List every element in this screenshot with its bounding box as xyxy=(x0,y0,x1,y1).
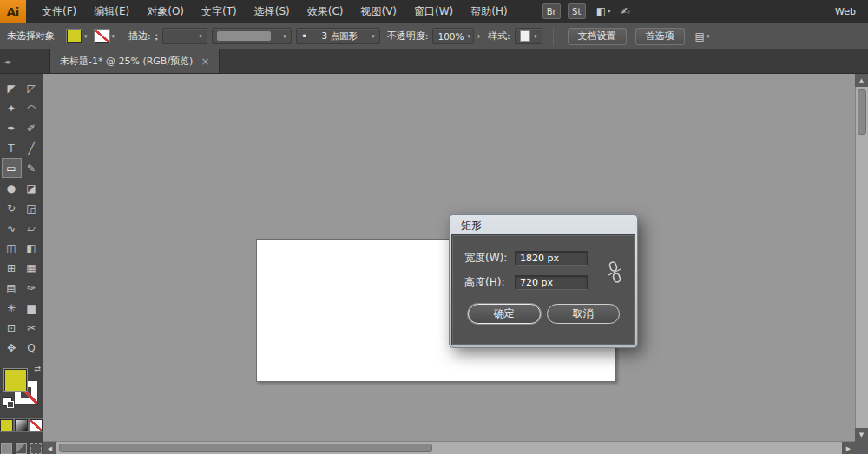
eyedropper-tool[interactable]: ✑ xyxy=(22,278,42,298)
scroll-up-button[interactable]: ▲ xyxy=(855,74,868,87)
paintbrush-tool[interactable]: ✐ xyxy=(22,118,42,138)
slice-tool[interactable]: ✂ xyxy=(22,318,42,338)
menu-effect[interactable]: 效果(C) xyxy=(299,0,352,23)
zoom-tool[interactable]: Q xyxy=(22,338,42,358)
rotate-tool[interactable]: ↻ xyxy=(2,198,22,218)
magic-wand-tool[interactable]: ✦ xyxy=(2,98,22,118)
panel-options-button[interactable]: ▤ ▾ xyxy=(695,30,710,43)
style-swatch xyxy=(520,30,530,42)
chevron-down-icon: ▾ xyxy=(84,33,88,40)
divider xyxy=(553,27,554,46)
height-input[interactable] xyxy=(515,275,588,290)
ok-button[interactable]: 确定 xyxy=(468,304,541,324)
column-graph-tool[interactable]: ▆ xyxy=(22,298,42,318)
menu-select[interactable]: 选择(S) xyxy=(246,0,299,23)
fill-color-control[interactable]: ▾ xyxy=(67,30,88,43)
document-tab[interactable]: 未标题-1* @ 25% (RGB/预览) × xyxy=(49,49,220,73)
menu-view[interactable]: 视图(V) xyxy=(352,0,405,23)
scroll-right-button[interactable]: ▶ xyxy=(842,442,855,454)
horizontal-scrollbar[interactable]: ◀ ▶ xyxy=(43,441,855,454)
document-setup-button[interactable]: 文档设置 xyxy=(568,28,627,45)
shape-builder-tool[interactable]: ◫ xyxy=(2,238,22,258)
chevron-down-icon: ▾ xyxy=(199,33,202,40)
stroke-color-control[interactable]: ▾ xyxy=(95,30,115,43)
type-tool[interactable]: T xyxy=(2,138,22,158)
stock-button[interactable]: St xyxy=(568,3,586,19)
pencil-tool[interactable]: ✎ xyxy=(22,158,42,178)
fill-swatch[interactable] xyxy=(67,30,82,43)
constrain-proportions-icon[interactable] xyxy=(607,260,622,285)
width-input[interactable] xyxy=(515,251,588,266)
pen-tool[interactable]: ✒ xyxy=(2,118,22,138)
swap-fill-stroke-icon[interactable]: ⇄ xyxy=(34,365,41,373)
arrange-documents-button[interactable]: ◧ ▾ xyxy=(596,5,611,17)
scroll-left-icon: ◀ xyxy=(48,445,52,452)
scroll-up-icon: ▲ xyxy=(859,77,864,84)
horizontal-scroll-thumb[interactable] xyxy=(59,444,432,452)
stroke-swatch[interactable] xyxy=(95,30,109,43)
free-transform-tool[interactable]: ▱ xyxy=(22,218,42,238)
bridge-button[interactable]: Br xyxy=(542,3,561,19)
artboard-tool[interactable]: ⊡ xyxy=(2,318,22,338)
draw-behind-button[interactable] xyxy=(16,443,27,454)
app-logo: Ai xyxy=(0,0,26,23)
fill-stroke-indicator: ⇄ xyxy=(3,367,41,406)
dialog-fields: 宽度(W): 高度(H): xyxy=(464,251,622,290)
stroke-weight-dropdown[interactable]: ▾ xyxy=(162,28,207,44)
line-segment-tool[interactable]: ╱ xyxy=(22,138,42,158)
scrollbar-corner xyxy=(855,441,868,454)
default-fill-stroke-icon[interactable] xyxy=(3,397,12,406)
menu-object[interactable]: 对象(O) xyxy=(138,0,193,23)
scroll-right-icon: ▶ xyxy=(846,445,851,452)
rectangle-tool[interactable]: ▭ xyxy=(2,158,22,178)
dialog-title[interactable]: 矩形 xyxy=(451,217,635,234)
tab-close-icon[interactable]: × xyxy=(201,56,209,68)
width-tool[interactable]: ∿ xyxy=(2,218,22,238)
live-paint-bucket-tool[interactable]: ◧ xyxy=(22,238,42,258)
scroll-left-button[interactable]: ◀ xyxy=(43,442,56,454)
direct-selection-tool[interactable]: ◸ xyxy=(22,78,42,98)
spinner-down-icon[interactable]: ▾ xyxy=(155,36,158,41)
color-mode-button[interactable] xyxy=(0,419,13,431)
menu-file[interactable]: 文件(F) xyxy=(33,0,85,23)
vertical-scrollbar[interactable]: ▲ ▼ xyxy=(855,74,868,441)
gesture-button[interactable]: ✍ xyxy=(621,5,630,17)
blob-brush-tool[interactable]: ● xyxy=(2,178,22,198)
menu-help[interactable]: 帮助(H) xyxy=(462,0,516,23)
scroll-down-button[interactable]: ▼ xyxy=(855,428,868,441)
fill-indicator[interactable] xyxy=(4,369,27,391)
menu-edit[interactable]: 编辑(E) xyxy=(85,0,138,23)
lasso-tool[interactable]: ◠ xyxy=(22,98,42,118)
opacity-dropdown[interactable]: 100% ▾ xyxy=(432,28,474,44)
none-mode-button[interactable] xyxy=(30,419,43,431)
rectangle-dialog: 矩形 宽度(W): 高度(H): xyxy=(449,214,638,348)
cancel-button[interactable]: 取消 xyxy=(547,304,620,324)
gradient-mode-button[interactable] xyxy=(15,419,28,431)
opacity-panel-arrow-icon[interactable]: › xyxy=(477,30,480,42)
stroke-weight-stepper[interactable]: ▴ ▾ xyxy=(155,32,158,41)
symbol-sprayer-tool[interactable]: ✳ xyxy=(2,298,22,318)
menubar: Ai 文件(F)编辑(E)对象(O)文字(T)选择(S)效果(C)视图(V)窗口… xyxy=(0,0,868,23)
brush-definition-value: 3 点圆形 xyxy=(322,30,358,43)
gradient-tool[interactable]: ▤ xyxy=(2,278,22,298)
eraser-tool[interactable]: ◪ xyxy=(22,178,42,198)
brush-definition-dropdown[interactable]: • 3 点圆形 ▾ xyxy=(296,28,380,44)
workspace-switcher[interactable]: Web xyxy=(835,6,868,17)
preferences-button[interactable]: 首选项 xyxy=(635,28,685,45)
vertical-scroll-thumb[interactable] xyxy=(858,89,866,135)
menu-type[interactable]: 文字(T) xyxy=(193,0,246,23)
chevron-down-icon: ▾ xyxy=(608,8,611,15)
style-dropdown[interactable]: ▾ xyxy=(515,28,542,44)
width-profile-dropdown[interactable]: ▾ xyxy=(212,28,292,44)
draw-normal-button[interactable] xyxy=(1,443,12,454)
hand-tool[interactable]: ✥ xyxy=(2,338,22,358)
mesh-tool[interactable]: ▦ xyxy=(22,258,42,278)
selection-tool[interactable]: ◤ xyxy=(2,78,22,98)
perspective-grid-tool[interactable]: ⊞ xyxy=(2,258,22,278)
draw-inside-button[interactable] xyxy=(30,443,42,454)
appbar-icons: Br St ◧ ▾ ✍ xyxy=(536,3,630,19)
main-area: ◤◸✦◠✒✐T╱▭✎●◪↻◲∿▱◫◧⊞▦▤✑✳▆⊡✂✥Q ⇄ xyxy=(0,74,868,454)
tools-collapse-button[interactable]: ◂◂ xyxy=(0,49,49,73)
scale-tool[interactable]: ◲ xyxy=(22,198,42,218)
menu-window[interactable]: 窗口(W) xyxy=(405,0,462,23)
